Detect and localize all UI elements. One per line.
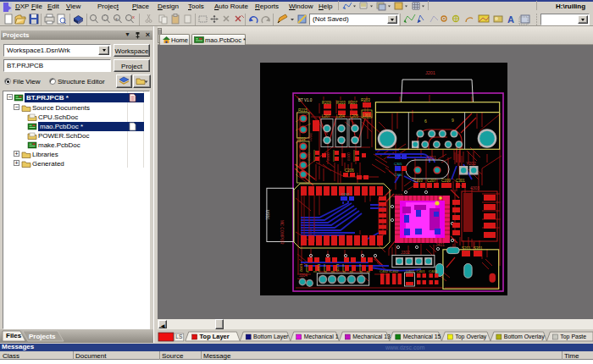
svg-text:J202: J202 [297, 137, 306, 141]
svg-text:6: 6 [424, 119, 427, 124]
svg-text:C403: C403 [429, 269, 438, 273]
svg-text:C401: C401 [417, 269, 426, 273]
svg-text:J204: J204 [299, 273, 308, 278]
svg-text:J201: J201 [425, 70, 435, 75]
svg-text:Bottom Overlay: Bottom Overlay [504, 334, 545, 340]
svg-text:Top Overlay: Top Overlay [455, 334, 487, 340]
svg-text:C203: C203 [413, 179, 423, 183]
svg-text:LS: LS [175, 334, 182, 339]
svg-text:Bottom Layer: Bottom Layer [253, 334, 289, 340]
svg-text:Files: Files [6, 332, 22, 339]
svg-text:C209: C209 [441, 179, 451, 183]
svg-text:L204: L204 [336, 114, 346, 119]
svg-text:Q202: Q202 [326, 152, 330, 162]
svg-text:+: + [115, 16, 119, 21]
svg-text:MC COMPOR: MC COMPOR [280, 220, 284, 245]
svg-text:L202: L202 [299, 264, 303, 273]
svg-text:Mechanical 15: Mechanical 15 [403, 334, 441, 339]
svg-text:C305: C305 [394, 162, 402, 166]
svg-text:L301: L301 [363, 113, 372, 118]
svg-text:C402 IC402: C402 IC402 [380, 269, 399, 273]
svg-text:Y202: Y202 [466, 161, 476, 166]
svg-text:Projects: Projects [29, 333, 56, 340]
svg-text:Top Paste: Top Paste [560, 334, 586, 340]
svg-text:R209: R209 [322, 101, 331, 105]
svg-text:Q200: Q200 [307, 152, 311, 162]
svg-text:9: 9 [452, 118, 454, 123]
svg-text:R203: R203 [361, 98, 370, 102]
svg-text:Mechanical 1: Mechanical 1 [304, 334, 339, 339]
svg-text:R215: R215 [298, 108, 308, 113]
svg-text:R203: R203 [336, 101, 346, 105]
svg-text:R207: R207 [348, 101, 357, 105]
svg-text:4303: 4303 [470, 185, 479, 190]
svg-text:L203: L203 [317, 264, 321, 273]
svg-text:X201: X201 [426, 155, 436, 160]
svg-text:L205: L205 [350, 114, 359, 119]
svg-text:J302: J302 [401, 250, 410, 255]
svg-text:C301: C301 [456, 179, 465, 183]
svg-text:Mechanical 13: Mechanical 13 [352, 334, 391, 339]
svg-text:A: A [507, 14, 514, 25]
svg-text:USB1: USB1 [265, 210, 269, 220]
svg-text:C306: C306 [394, 173, 402, 177]
svg-text:Q203: Q203 [346, 152, 351, 162]
svg-text:L205: L205 [335, 264, 340, 273]
svg-text:C206: C206 [345, 168, 354, 173]
svg-text:Top Layer: Top Layer [200, 333, 230, 340]
svg-text:x: x [132, 14, 135, 19]
svg-text:P201: P201 [308, 133, 312, 142]
svg-text:J401: J401 [435, 242, 445, 247]
svg-text:L207: L207 [322, 114, 331, 119]
svg-text:C202: C202 [341, 192, 350, 196]
svg-text:C207: C207 [427, 179, 436, 183]
svg-text:BT V1.0: BT V1.0 [298, 98, 313, 102]
